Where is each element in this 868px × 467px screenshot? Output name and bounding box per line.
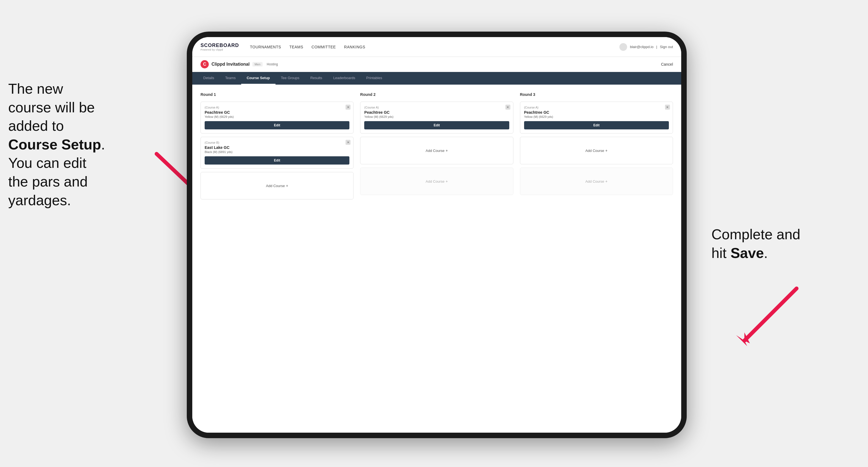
round2-course-a-label: (Course A): [364, 106, 509, 109]
round1-course-a-tee: Yellow (M) (6629 yds): [205, 115, 349, 118]
round3-course-a-name: Peachtree GC: [524, 110, 669, 115]
tab-details[interactable]: Details: [198, 72, 220, 85]
round1-course-b-edit-button[interactable]: Edit: [205, 156, 349, 164]
round1-course-a-edit-button[interactable]: Edit: [205, 121, 349, 129]
round1-course-b-tee: Black (M) (6891 yds): [205, 150, 349, 154]
round3-course-a-card: ✕ (Course A) Peachtree GC Yellow (M) (66…: [520, 102, 673, 133]
user-avatar: [619, 43, 627, 51]
round3-course-a-delete[interactable]: ✕: [665, 105, 670, 110]
round1-course-a-delete[interactable]: ✕: [346, 105, 350, 110]
round2-add-course-disabled-plus: +: [445, 179, 448, 184]
logo-title: SCOREBOARD: [200, 42, 239, 48]
round-3-title: Round 3: [520, 92, 673, 97]
tab-bar: Details Teams Course Setup Tee Groups Re…: [192, 72, 681, 85]
round1-course-b-delete[interactable]: ✕: [346, 140, 350, 145]
svg-marker-4: [736, 335, 747, 346]
tab-course-setup[interactable]: Course Setup: [241, 72, 276, 85]
main-content: Round 1 ✕ (Course A) Peachtree GC Yellow…: [192, 85, 681, 433]
tab-results[interactable]: Results: [305, 72, 328, 85]
cancel-button[interactable]: Cancel: [661, 62, 673, 66]
svg-marker-5: [744, 333, 750, 343]
tab-leaderboards[interactable]: Leaderboards: [328, 72, 361, 85]
round2-course-a-name: Peachtree GC: [364, 110, 509, 115]
round1-course-b-name: East Lake GC: [205, 145, 349, 150]
round-1-column: Round 1 ✕ (Course A) Peachtree GC Yellow…: [200, 92, 353, 199]
nav-separator: |: [656, 45, 657, 49]
round3-add-course-disabled-text: Add Course: [585, 179, 604, 184]
round-2-column: Round 2 ✕ (Course A) Peachtree GC Yellow…: [360, 92, 513, 199]
nav-right: blair@clippd.io | Sign out: [619, 43, 673, 51]
nav-links: TOURNAMENTS TEAMS COMMITTEE RANKINGS: [250, 43, 619, 51]
clippd-icon: C: [200, 60, 209, 68]
round1-course-b-label: (Course B): [205, 141, 349, 144]
round1-course-b-card: ✕ (Course B) East Lake GC Black (M) (689…: [200, 137, 353, 169]
round3-course-a-edit-button[interactable]: Edit: [524, 121, 669, 129]
sub-header: C Clippd Invitational Men Hosting Cancel: [192, 57, 681, 72]
svg-line-3: [744, 288, 797, 341]
sub-header-left: C Clippd Invitational Men Hosting: [200, 60, 278, 68]
round2-add-course-text: Add Course: [426, 149, 445, 153]
logo-subtitle: Powered by clippd: [200, 48, 239, 51]
sign-out-link[interactable]: Sign out: [660, 45, 673, 49]
round1-add-course-button[interactable]: Add Course +: [200, 172, 353, 199]
round1-add-course-plus: +: [286, 184, 288, 188]
nav-committee[interactable]: COMMITTEE: [311, 43, 336, 51]
nav-teams[interactable]: TEAMS: [289, 43, 303, 51]
rounds-grid: Round 1 ✕ (Course A) Peachtree GC Yellow…: [200, 92, 673, 199]
nav-tournaments[interactable]: TOURNAMENTS: [250, 43, 281, 51]
user-email: blair@clippd.io: [630, 45, 653, 49]
round3-add-course-text: Add Course: [585, 149, 604, 153]
round1-course-a-name: Peachtree GC: [205, 110, 349, 115]
round2-course-a-tee: Yellow (M) (6629 yds): [364, 115, 509, 118]
round2-course-a-delete[interactable]: ✕: [505, 105, 510, 110]
round1-add-course-text: Add Course: [266, 184, 285, 188]
tablet-screen: SCOREBOARD Powered by clippd TOURNAMENTS…: [192, 37, 681, 433]
round3-add-course-disabled-plus: +: [606, 179, 608, 184]
round2-add-course-disabled-text: Add Course: [426, 179, 445, 184]
gender-badge: Men: [252, 62, 262, 66]
round-3-column: Round 3 ✕ (Course A) Peachtree GC Yellow…: [520, 92, 673, 199]
scoreboard-logo: SCOREBOARD Powered by clippd: [200, 42, 239, 51]
tab-printables[interactable]: Printables: [361, 72, 388, 85]
annotation-arrow-right: [728, 280, 805, 357]
round2-add-course-button[interactable]: Add Course +: [360, 137, 513, 164]
nav-rankings[interactable]: RANKINGS: [344, 43, 365, 51]
round2-add-course-plus: +: [445, 148, 448, 153]
round3-course-a-tee: Yellow (M) (6629 yds): [524, 115, 669, 118]
round2-course-a-card: ✕ (Course A) Peachtree GC Yellow (M) (66…: [360, 102, 513, 133]
round3-course-a-label: (Course A): [524, 106, 669, 109]
round-2-title: Round 2: [360, 92, 513, 97]
round-1-title: Round 1: [200, 92, 353, 97]
top-nav: SCOREBOARD Powered by clippd TOURNAMENTS…: [192, 37, 681, 57]
annotation-left: The new course will be added to Course S…: [8, 80, 179, 210]
annotation-right: Complete and hit Save.: [711, 225, 860, 262]
round3-add-course-plus: +: [606, 148, 608, 153]
tablet-device: SCOREBOARD Powered by clippd TOURNAMENTS…: [187, 32, 687, 438]
round1-course-a-card: ✕ (Course A) Peachtree GC Yellow (M) (66…: [200, 102, 353, 133]
round2-course-a-edit-button[interactable]: Edit: [364, 121, 509, 129]
round1-course-a-label: (Course A): [205, 106, 349, 109]
tournament-name: Clippd Invitational: [212, 62, 250, 67]
round2-add-course-disabled: Add Course +: [360, 167, 513, 195]
tab-tee-groups[interactable]: Tee Groups: [276, 72, 305, 85]
hosting-badge: Hosting: [267, 62, 278, 66]
tab-teams[interactable]: Teams: [220, 72, 241, 85]
round3-add-course-button[interactable]: Add Course +: [520, 137, 673, 164]
round3-add-course-disabled: Add Course +: [520, 167, 673, 195]
